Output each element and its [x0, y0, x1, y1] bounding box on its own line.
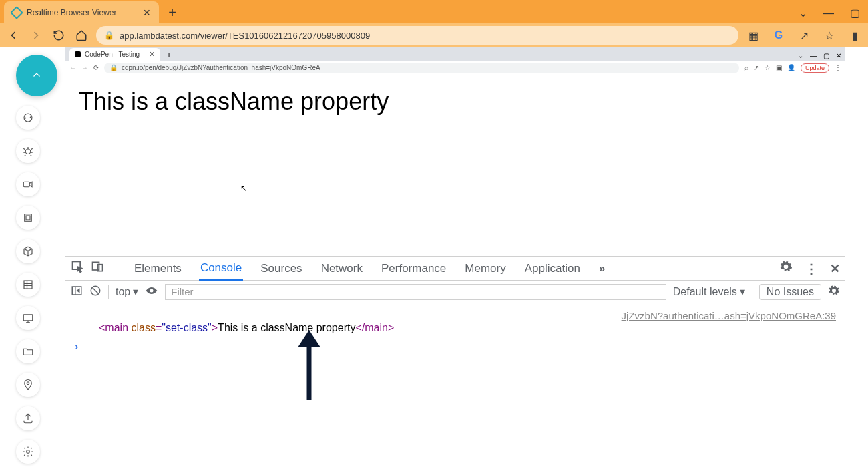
inner-share-icon[interactable]: ↗: [754, 64, 759, 71]
svg-point-0: [24, 114, 32, 122]
chevron-down-icon: ▾: [740, 285, 745, 298]
outer-address-bar[interactable]: 🔒 app.lambdatest.com/viewer/TES101606212…: [96, 26, 738, 45]
inner-browser-tab[interactable]: CodePen - Testing ✕: [69, 48, 160, 61]
inner-menu-icon[interactable]: ⋮: [835, 64, 841, 71]
devtools-tabstrip: Elements Console Sources Network Perform…: [65, 257, 845, 281]
devtools-panel: Elements Console Sources Network Perform…: [65, 256, 845, 467]
outer-window-controls: ⌄ — ▢: [799, 7, 868, 19]
console-toolbar: top ▾ Filter Default levels ▾ No Issues: [65, 281, 845, 303]
inner-zoom-icon[interactable]: ⌕: [744, 64, 748, 71]
inner-minimize-icon[interactable]: —: [810, 52, 817, 59]
inner-toolbar: ← → ⟳ 🔒 cdpn.io/pen/debug/JjZvzbN?authen…: [65, 61, 845, 75]
rail-location-icon[interactable]: [16, 373, 40, 397]
inner-close-window-icon[interactable]: ✕: [836, 52, 841, 59]
devtools-settings-icon[interactable]: [779, 260, 793, 277]
inspect-element-icon[interactable]: [71, 260, 84, 277]
google-icon[interactable]: G: [771, 27, 787, 43]
tab-memory[interactable]: Memory: [463, 258, 507, 279]
inner-address-bar[interactable]: 🔒 cdpn.io/pen/debug/JjZvzbN?authenticati…: [104, 63, 739, 73]
rail-upload-icon[interactable]: [16, 406, 40, 430]
issues-button[interactable]: No Issues: [759, 284, 821, 300]
context-selector[interactable]: top ▾: [116, 285, 138, 298]
log-level-selector[interactable]: Default levels ▾: [673, 285, 745, 298]
home-button[interactable]: [73, 27, 89, 43]
rail-collapse-button[interactable]: [16, 55, 57, 96]
chevron-down-icon[interactable]: ⌄: [799, 7, 807, 19]
rail-bug-icon[interactable]: [16, 139, 40, 163]
svg-rect-2: [23, 182, 29, 187]
rail-monitor-icon[interactable]: [16, 306, 40, 330]
lambdatest-favicon: [10, 6, 23, 19]
mouse-cursor-icon: ↖: [240, 184, 247, 193]
console-output[interactable]: <main class="set-class">This is a classN…: [65, 303, 845, 467]
inner-maximize-icon[interactable]: ▢: [823, 52, 829, 59]
tab-application[interactable]: Application: [523, 258, 582, 279]
rail-switch-icon[interactable]: [16, 106, 40, 130]
inner-new-tab-button[interactable]: +: [163, 49, 175, 61]
tab-sources[interactable]: Sources: [259, 258, 303, 279]
new-tab-button[interactable]: +: [163, 3, 182, 22]
device-toggle-icon[interactable]: [91, 260, 104, 277]
svg-rect-4: [26, 216, 30, 220]
tabs-overflow-icon[interactable]: »: [598, 258, 606, 279]
svg-point-7: [27, 382, 29, 385]
reload-button[interactable]: [51, 27, 67, 43]
close-tab-icon[interactable]: ✕: [143, 7, 151, 18]
remote-browser: CodePen - Testing ✕ + ⌄ — ▢ ✕ ← → ⟳ 🔒 cd…: [65, 47, 845, 467]
lock-icon: 🔒: [104, 31, 114, 40]
annotation-arrow-icon: [292, 330, 326, 404]
console-prompt[interactable]: ›: [75, 341, 836, 353]
tab-network[interactable]: Network: [320, 258, 364, 279]
tab-console[interactable]: Console: [199, 257, 243, 281]
share-icon[interactable]: ↗: [796, 27, 812, 43]
svg-marker-15: [298, 330, 320, 347]
minimize-icon[interactable]: —: [823, 7, 834, 19]
maximize-icon[interactable]: ▢: [850, 7, 860, 19]
bookmark-icon[interactable]: ☆: [821, 27, 837, 43]
console-settings-icon[interactable]: [828, 285, 840, 299]
rail-video-icon[interactable]: [16, 172, 40, 196]
inner-reload-button[interactable]: ⟳: [93, 64, 99, 71]
svg-point-8: [27, 450, 30, 454]
inner-back-button[interactable]: ←: [69, 64, 76, 71]
svg-rect-5: [24, 281, 32, 289]
rail-folder-icon[interactable]: [16, 339, 40, 363]
rail-screenshot-icon[interactable]: [16, 206, 40, 230]
inner-tab-title: CodePen - Testing: [85, 51, 140, 58]
inner-url-text: cdpn.io/pen/debug/JjZvzbN?authentication…: [122, 64, 320, 71]
back-button[interactable]: [5, 27, 21, 43]
rail-settings-icon[interactable]: [16, 440, 40, 464]
svg-rect-6: [23, 315, 33, 321]
console-source-link[interactable]: JjZvzbN?authenticati…ash=jVkpoNOmGReA:39: [622, 310, 836, 321]
tab-performance[interactable]: Performance: [380, 258, 447, 279]
inner-chevron-down-icon[interactable]: ⌄: [798, 52, 803, 59]
rail-package-icon[interactable]: [16, 239, 40, 263]
reader-icon[interactable]: ▮: [847, 27, 863, 43]
inner-lock-icon: 🔒: [110, 64, 118, 71]
inner-profile-icon[interactable]: 👤: [787, 64, 795, 71]
forward-button[interactable]: [28, 27, 44, 43]
inner-titlebar: CodePen - Testing ✕ + ⌄ — ▢ ✕: [65, 47, 845, 61]
rail-grid-icon[interactable]: [16, 273, 40, 297]
live-expression-icon[interactable]: [145, 286, 158, 298]
outer-tab-title: Realtime Browser Viewer: [27, 8, 117, 17]
inner-update-button[interactable]: Update: [801, 63, 829, 73]
clear-console-icon[interactable]: [89, 285, 101, 299]
translate-icon[interactable]: ▦: [745, 27, 761, 43]
devtools-menu-icon[interactable]: ⋮: [805, 261, 818, 277]
svg-point-1: [25, 149, 31, 154]
outer-browser-tab[interactable]: Realtime Browser Viewer ✕: [4, 1, 159, 23]
console-filter-input[interactable]: Filter: [165, 284, 666, 300]
page-heading: This is a className property: [79, 88, 389, 115]
lambdatest-rail: [16, 55, 57, 464]
inner-forward-button[interactable]: →: [81, 64, 88, 71]
inner-extension-icon[interactable]: ▣: [776, 64, 782, 71]
console-sidebar-toggle-icon[interactable]: [71, 285, 83, 299]
inner-close-tab-icon[interactable]: ✕: [149, 50, 155, 59]
page-content: This is a className property ↖: [65, 75, 845, 256]
svg-rect-3: [25, 214, 32, 222]
tab-elements[interactable]: Elements: [133, 258, 183, 279]
inner-bookmark-icon[interactable]: ☆: [765, 64, 771, 71]
devtools-close-icon[interactable]: ✕: [830, 261, 840, 276]
console-log-entry: <main class="set-class">This is a classN…: [75, 310, 836, 334]
